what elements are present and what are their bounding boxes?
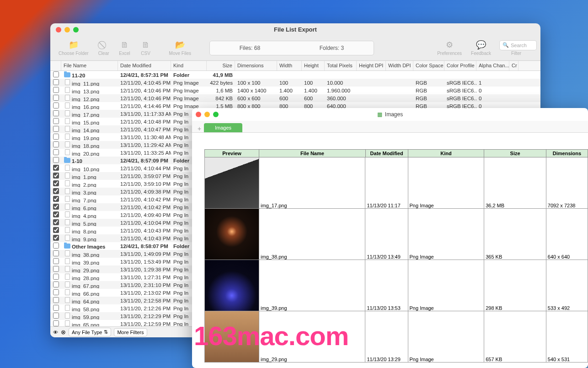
scol-preview[interactable]: Preview [204,149,259,157]
row-checkbox[interactable] [53,258,59,264]
move-files-button[interactable]: 📂Move Files [165,40,196,56]
close-icon[interactable] [56,27,61,32]
row-checkbox[interactable] [53,227,59,233]
feedback-button[interactable]: 💬Feedback [466,40,496,56]
file-icon [65,126,70,132]
cancel-icon[interactable]: ⊗ [61,329,66,336]
sheet-area[interactable]: Preview File Name Date Modified Kind Siz… [192,133,588,363]
sheet-row[interactable]: img_29.png11/13/20 13:29Png Image657 KB5… [204,311,588,363]
scol-date[interactable]: Date Modified [366,149,408,157]
row-checkbox[interactable] [53,305,59,311]
minimize-icon[interactable] [204,112,210,117]
row-checkbox[interactable] [53,196,59,202]
sheet-row[interactable]: img_17.png11/13/20 11:17Png Image36,2 MB… [204,157,588,209]
row-checkbox[interactable] [53,204,59,210]
preferences-button[interactable]: ⚙Preferences [433,40,466,56]
row-checkbox[interactable] [53,95,59,101]
sheet-tab-images[interactable]: Images [204,123,242,132]
file-icon [65,313,70,319]
row-checkbox[interactable] [53,289,59,295]
row-checkbox[interactable] [53,274,59,280]
col-dim[interactable]: Dimensions [235,61,277,70]
table-row[interactable]: img_13.png12/11/20, 4:10:46 PMPng Image1… [50,87,540,94]
folders-count: Folders: 3 [320,45,344,51]
col-width[interactable]: Width [277,61,302,70]
thumbnail [205,209,259,260]
row-checkbox[interactable] [53,149,59,155]
zoom-icon[interactable] [73,27,79,32]
row-checkbox[interactable] [53,141,59,147]
move-icon: 📂 [174,40,186,50]
file-icon [65,305,70,311]
row-checkbox[interactable] [53,188,59,194]
row-checkbox[interactable] [53,165,59,171]
col-alpha[interactable]: Alpha Chan... [476,61,509,70]
col-date[interactable]: Date Modified [118,61,171,70]
sheet-row[interactable]: img_39.png11/13/20 13:53Png Image298 KB5… [204,260,588,311]
col-cr[interactable]: Cr [509,61,519,70]
file-icon [65,141,70,147]
col-colorspace[interactable]: Color Space [413,61,444,70]
table-row[interactable]: img_11.png12/11/20, 4:10:45 PMPng Image4… [50,79,540,87]
thumbnail [205,260,259,311]
row-checkbox[interactable] [53,219,59,225]
close-icon[interactable] [196,112,201,117]
row-checkbox[interactable] [53,134,59,140]
sheet-row[interactable]: img_38.png11/13/20 13:49Png Image365 KB6… [204,209,588,260]
add-sheet-button[interactable]: + [195,125,204,132]
excel-button[interactable]: 🗎Excel [114,40,135,56]
filetype-select[interactable]: Any File Type⇅ [69,328,111,336]
row-checkbox[interactable] [53,180,59,186]
row-checkbox[interactable] [53,266,59,272]
row-checkbox[interactable] [53,297,59,303]
row-checkbox[interactable] [53,118,59,124]
toolbar: 📁Choose Folder ⃠Clear 🗎Excel 🗎CSV 📂Move … [50,35,540,61]
row-checkbox[interactable] [53,110,59,116]
row-checkbox[interactable] [53,71,59,77]
csv-button[interactable]: 🗎CSV [135,40,156,56]
eye-icon[interactable]: 👁 [53,330,58,335]
minimize-icon[interactable] [64,27,70,32]
zoom-icon[interactable] [213,112,219,117]
search-input[interactable]: 🔍Search [499,40,537,50]
row-checkbox[interactable] [53,243,59,249]
col-hdpi[interactable]: Height DPI [357,61,386,70]
file-icon [65,87,70,93]
row-checkbox[interactable] [53,157,59,163]
file-icon [65,134,70,140]
file-icon [65,165,70,171]
table-row[interactable]: img_12.png12/11/20, 4:10:46 PMPng Image8… [50,94,540,102]
row-checkbox[interactable] [53,87,59,93]
csv-icon: 🗎 [140,40,152,50]
file-icon [65,219,70,225]
col-height[interactable]: Height [302,61,325,70]
col-size[interactable]: Size [207,61,235,70]
more-filters-button[interactable]: More Filters [114,328,147,336]
col-colorprofile[interactable]: Color Profile [444,61,476,70]
spreadsheet-window: ▦Images + Images Preview File Name Date … [192,108,588,368]
clear-button[interactable]: ⃠Clear [93,40,114,56]
col-filename[interactable]: File Name [61,61,118,70]
col-wdpi[interactable]: Width DPI [386,61,413,70]
file-icon [65,297,70,303]
scol-dim[interactable]: Dimensions [546,149,588,157]
scol-filename[interactable]: File Name [259,149,365,157]
row-checkbox[interactable] [53,79,59,85]
scol-kind[interactable]: Kind [408,149,485,157]
row-checkbox[interactable] [53,320,59,326]
col-totalpixels[interactable]: Total Pixels [325,61,357,70]
table-row[interactable]: 11-2012/4/21, 8:57:31 PMFolder41,9 MB [50,71,540,79]
row-checkbox[interactable] [53,126,59,132]
row-checkbox[interactable] [53,281,59,287]
choose-folder-button[interactable]: 📁Choose Folder [54,40,93,56]
row-checkbox[interactable] [53,235,59,241]
file-icon [65,103,70,108]
col-kind[interactable]: Kind [171,61,207,70]
row-checkbox[interactable] [53,173,59,179]
row-checkbox[interactable] [53,250,59,256]
row-checkbox[interactable] [53,313,59,319]
row-checkbox[interactable] [53,103,59,108]
traffic-lights [192,108,222,121]
scol-size[interactable]: Size [484,149,546,157]
row-checkbox[interactable] [53,211,59,217]
